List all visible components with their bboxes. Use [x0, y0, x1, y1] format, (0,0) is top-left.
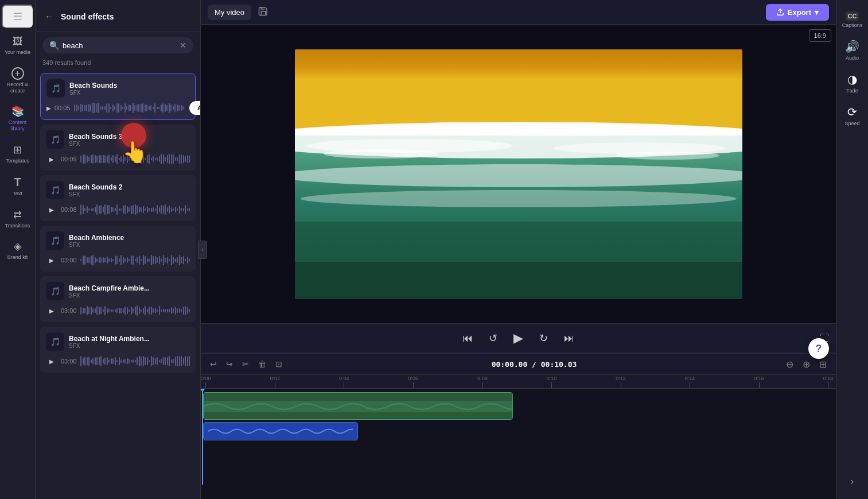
sidebar-hamburger[interactable]: ☰ — [2, 5, 34, 29]
save-icon[interactable] — [256, 3, 271, 21]
sound-type-1: SFX — [69, 90, 189, 96]
zoom-out-button[interactable]: ⊖ — [783, 358, 797, 371]
svg-point-12 — [301, 190, 737, 207]
svg-rect-16 — [295, 262, 742, 299]
tab-my-video[interactable]: My video — [208, 5, 251, 20]
redo-button[interactable]: ↪ — [223, 357, 236, 371]
sound-item-beach-at-night[interactable]: 🎵 Beach at Night Ambien... SFX ▶ 03:00 — [40, 327, 196, 373]
sound-item-header-6: 🎵 Beach at Night Ambien... SFX — [46, 332, 190, 351]
video-clip[interactable] — [203, 392, 513, 420]
play-pause-button[interactable]: ▶ — [509, 328, 528, 348]
sound-controls-5: ▶ 03:00 — [46, 304, 190, 318]
export-button[interactable]: Export ▾ — [766, 4, 829, 21]
play-button-1[interactable]: ▶ — [46, 102, 51, 114]
fade-button[interactable]: ◑ Fade — [839, 68, 866, 98]
split-button[interactable]: ⊡ — [272, 357, 286, 371]
zoom-in-button[interactable]: ⊕ — [799, 358, 813, 371]
captions-button[interactable]: CC Captions — [839, 7, 866, 33]
audio-clip[interactable] — [203, 422, 358, 440]
svg-rect-19 — [208, 423, 353, 440]
video-preview — [201, 25, 836, 323]
sound-info-1: Beach Sounds SFX — [69, 82, 189, 96]
duration-1: 00:05 — [55, 105, 71, 111]
duration-6: 03:00 — [61, 358, 77, 365]
waveform-3 — [80, 203, 190, 216]
duration-2: 00:09 — [61, 156, 77, 163]
sound-list: 🎵 Beach Sounds SFX ▶ 00:05 Add to timeli… — [36, 71, 200, 499]
panel-collapse-button[interactable]: ‹ — [198, 241, 207, 259]
ruler-mark: 0:06 — [408, 376, 419, 388]
sound-name-2: Beach Sounds 3 — [69, 133, 190, 141]
transitions-icon: ⇄ — [13, 208, 22, 221]
sound-type-4: SFX — [69, 242, 190, 248]
play-button-6[interactable]: ▶ — [46, 355, 57, 368]
undo-button[interactable]: ↩ — [207, 357, 220, 371]
play-button-5[interactable]: ▶ — [46, 304, 57, 317]
sound-icon-3: 🎵 — [46, 181, 64, 199]
top-bar: My video Export ▾ — [201, 0, 836, 25]
sidebar-item-content-library[interactable]: 📚 Contentlibrary — [2, 100, 34, 137]
ruler-mark: 0:04 — [339, 376, 349, 388]
sound-item-header-1: 🎵 Beach Sounds SFX — [46, 79, 189, 98]
audio-panel-button[interactable]: 🔊 Audio — [839, 35, 866, 65]
sound-item-beach-campfire[interactable]: 🎵 Beach Campfire Ambie... SFX ▶ 03:00 — [40, 276, 196, 322]
skip-back-button[interactable]: ⏮ — [458, 330, 477, 347]
video-content — [295, 49, 742, 299]
delete-button[interactable]: 🗑 — [255, 357, 270, 371]
svg-point-13 — [324, 149, 438, 158]
help-button[interactable]: ? — [808, 338, 829, 359]
fit-view-button[interactable]: ⊞ — [816, 358, 830, 371]
play-button-2[interactable]: ▶ — [46, 153, 57, 165]
back-button[interactable]: ← — [42, 9, 56, 24]
sidebar-item-your-media[interactable]: 🖼 Your media — [2, 31, 34, 60]
sound-item-header-4: 🎵 Beach Ambience SFX — [46, 231, 190, 250]
skip-forward-button[interactable]: ⏭ — [559, 330, 579, 347]
sound-item-beach-sounds[interactable]: 🎵 Beach Sounds SFX ▶ 00:05 Add to timeli… — [40, 73, 196, 120]
record-icon: + — [11, 67, 24, 80]
aspect-ratio-badge[interactable]: 16:9 — [809, 29, 831, 42]
speed-button[interactable]: ⟳ Speed — [839, 100, 866, 131]
playhead[interactable] — [202, 389, 203, 485]
sound-icon-2: 🎵 — [46, 130, 64, 149]
cut-button[interactable]: ✂ — [239, 357, 252, 371]
timeline-area: ↩ ↪ ✂ 🗑 ⊡ 00:00.00 / 00:10.03 ⊖ ⊕ ⊞ 0 — [201, 353, 836, 485]
forward-button[interactable]: ↻ — [535, 330, 552, 347]
sound-item-beach-sounds-2[interactable]: 🎵 Beach Sounds 2 SFX ▶ 00:08 — [40, 175, 196, 221]
rewind-button[interactable]: ↺ — [484, 330, 502, 347]
sound-item-beach-ambience[interactable]: 🎵 Beach Ambience SFX ▶ 03:00 — [40, 226, 196, 272]
sound-icon-6: 🎵 — [46, 332, 64, 351]
waveform-2 — [80, 152, 190, 166]
export-label: Export — [788, 8, 811, 17]
templates-icon: ⊞ — [13, 144, 22, 156]
sidebar-item-transitions[interactable]: ⇄ Transitions — [2, 204, 34, 234]
media-icon: 🖼 — [13, 36, 23, 48]
player-controls: ⏮ ↺ ▶ ↻ ⏭ ⛶ — [201, 323, 836, 353]
speed-icon: ⟳ — [847, 105, 857, 119]
waveform-1 — [74, 101, 184, 115]
right-collapse-button[interactable]: › — [848, 473, 857, 490]
sound-item-beach-sounds-3[interactable]: 🎵 Beach Sounds 3 SFX ▶ 00:09 — [40, 125, 196, 171]
sound-item-header-2: 🎵 Beach Sounds 3 SFX — [46, 130, 190, 149]
sound-type-5: SFX — [69, 292, 190, 299]
sidebar-item-templates[interactable]: ⊞ Templates — [2, 139, 34, 169]
sound-controls-4: ▶ 03:00 — [46, 253, 190, 267]
add-to-timeline-button[interactable]: Add to timeline — [189, 101, 200, 115]
zoom-controls: ⊖ ⊕ ⊞ — [783, 358, 830, 371]
timeline-toolbar: ↩ ↪ ✂ 🗑 ⊡ 00:00.00 / 00:10.03 ⊖ ⊕ ⊞ — [201, 354, 836, 375]
right-sidebar: CC Captions 🔊 Audio ◑ Fade ⟳ Speed › — [836, 0, 868, 499]
sound-info-2: Beach Sounds 3 SFX — [69, 133, 190, 147]
results-count: 349 results found — [36, 57, 200, 71]
help-icon: ? — [816, 343, 822, 355]
search-input[interactable] — [63, 41, 176, 50]
play-button-4[interactable]: ▶ — [46, 254, 57, 266]
brand-icon: ◈ — [14, 240, 22, 253]
sidebar-item-brand-kit[interactable]: ◈ Brand kit — [2, 235, 34, 265]
clear-search-icon[interactable]: ✕ — [180, 41, 186, 50]
audio-label: Audio — [846, 55, 859, 61]
sidebar-label-brand-kit: Brand kit — [7, 254, 28, 261]
sound-name-6: Beach at Night Ambien... — [69, 335, 190, 343]
sidebar-item-record-create[interactable]: + Record &create — [2, 63, 34, 99]
sidebar-label-text: Text — [13, 191, 22, 197]
play-button-3[interactable]: ▶ — [46, 203, 57, 216]
sidebar-item-text[interactable]: T Text — [2, 171, 34, 202]
